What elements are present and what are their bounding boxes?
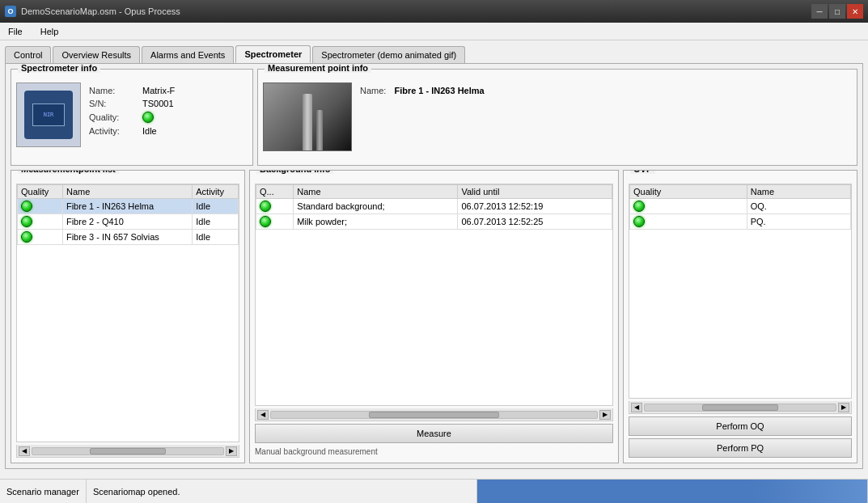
quality-led: [260, 201, 271, 212]
spectrometer-layout: Spectrometer info NIR Name:: [11, 69, 857, 463]
mp-table-container[interactable]: Quality Name Activity Fibre 1 - IN263 He…: [16, 184, 239, 442]
mp-table-body: Fibre 1 - IN263 HelmaIdleFibre 2 - Q410I…: [18, 199, 239, 245]
tab-spectrometer-demo[interactable]: Spectrometer (demo animated gif): [312, 46, 465, 63]
status-bar: Scenario manager Scenariomap opened.: [0, 479, 868, 503]
title-bar-controls: ─ □ ✕: [811, 4, 863, 19]
manual-label: Manual background measurement: [255, 446, 613, 458]
tab-spectrometer[interactable]: Spectrometer: [235, 45, 311, 63]
table-row[interactable]: OQ.: [630, 199, 851, 214]
bg-valid-cell: 06.07.2013 12:52:19: [458, 199, 612, 214]
table-row[interactable]: Standard background;06.07.2013 12:52:19: [256, 199, 612, 214]
perform-pq-button[interactable]: Perform PQ: [629, 438, 852, 458]
spec-name-row: Name: Matrix-F: [89, 86, 175, 95]
mp-scroll-right[interactable]: ▶: [226, 446, 237, 456]
table-row[interactable]: PQ.: [630, 214, 851, 230]
maximize-button[interactable]: □: [829, 4, 845, 19]
menu-file[interactable]: File: [5, 25, 26, 38]
bg-scroll-left[interactable]: ◀: [257, 410, 269, 420]
title-bar-text: DemoScenarioMap.osm - Opus Process: [21, 6, 180, 16]
spec-sn-value: TS0001: [142, 99, 174, 108]
measurement-point-info-title: Measurement point info: [265, 63, 371, 73]
ovp-name-cell: PQ.: [747, 214, 850, 230]
mp-list-box: Measurementpoint list Quality Name Activ…: [11, 170, 245, 463]
mp-scroll-left[interactable]: ◀: [19, 446, 30, 456]
meas-name-area: Name: Fibre 1 - IN263 Helma: [360, 82, 485, 95]
top-row: Spectrometer info NIR Name:: [11, 69, 857, 166]
probe-image-2: [316, 110, 323, 150]
status-left: Scenario manager: [0, 480, 87, 503]
ovp-name-cell: OQ.: [747, 199, 850, 214]
status-left-text: Scenario manager: [6, 487, 79, 497]
ovp-scroll-thumb[interactable]: [702, 404, 778, 411]
bg-scroll-track[interactable]: [270, 411, 598, 419]
spectrometer-image: NIR: [16, 82, 81, 147]
spectrometer-info-box: Spectrometer info NIR Name:: [11, 69, 253, 166]
status-center: Scenariomap opened.: [87, 480, 477, 503]
quality-led: [260, 216, 271, 227]
mp-activity-cell: Idle: [193, 230, 239, 245]
table-row[interactable]: Milk powder;06.07.2013 12:52:25: [256, 214, 612, 230]
mp-scroll-thumb[interactable]: [90, 448, 166, 454]
spec-name-value: Matrix-F: [142, 86, 175, 95]
measurement-image: [263, 82, 352, 151]
bg-scrollbar[interactable]: ◀ ▶: [255, 408, 613, 421]
mp-name-cell: Fibre 1 - IN263 Helma: [62, 199, 192, 214]
bg-name-cell: Milk powder;: [294, 214, 458, 230]
tab-control[interactable]: Control: [5, 46, 51, 63]
table-row[interactable]: Fibre 1 - IN263 HelmaIdle: [18, 199, 239, 214]
spec-quality-label: Quality:: [89, 112, 138, 122]
bg-table-container[interactable]: Q... Name Valid until Standard backgroun…: [255, 184, 613, 406]
title-bar: O DemoScenarioMap.osm - Opus Process ─ □…: [0, 0, 868, 23]
mp-col-activity: Activity: [193, 185, 239, 199]
close-button[interactable]: ✕: [847, 4, 863, 19]
measure-button[interactable]: Measure: [255, 424, 613, 443]
table-row[interactable]: Fibre 3 - IN 657 SolviasIdle: [18, 230, 239, 245]
bg-scroll-thumb[interactable]: [369, 412, 499, 418]
tab-alarms[interactable]: Alarms and Events: [142, 46, 234, 63]
spec-sn-row: S/N: TS0001: [89, 99, 175, 108]
bg-valid-cell: 06.07.2013 12:52:25: [458, 214, 612, 230]
ovp-scroll-track[interactable]: [644, 404, 836, 412]
meas-point-inner: Name: Fibre 1 - IN263 Helma: [263, 82, 852, 151]
quality-led: [21, 216, 32, 227]
bg-col-name: Name: [294, 185, 458, 199]
ovp-scroll-right[interactable]: ▶: [838, 403, 849, 412]
ovp-scrollbar[interactable]: ◀ ▶: [629, 401, 852, 414]
spec-image-text: NIR: [44, 112, 54, 118]
ovp-btn-row: Perform OQ Perform PQ: [629, 416, 852, 458]
spec-activity-value: Idle: [142, 126, 157, 136]
ovp-table-header: Quality Name: [630, 185, 851, 199]
meas-name-label: Name:: [360, 86, 386, 95]
ovp-table-container[interactable]: Quality Name OQ.PQ.: [629, 184, 852, 399]
tab-overview[interactable]: Overview Results: [53, 46, 140, 63]
mp-activity-cell: Idle: [193, 214, 239, 230]
spec-name-label: Name:: [89, 86, 138, 95]
bg-col-valid: Valid until: [458, 185, 612, 199]
menu-help[interactable]: Help: [37, 25, 62, 38]
main-content: Control Overview Results Alarms and Even…: [0, 40, 868, 479]
spec-activity-row: Activity: Idle: [89, 126, 175, 136]
minimize-button[interactable]: ─: [811, 4, 828, 19]
bg-table-body: Standard background;06.07.2013 12:52:19M…: [256, 199, 612, 230]
quality-led: [21, 231, 32, 243]
measurement-point-info-box: Measurement point info Name: Fibre 1 - I…: [257, 69, 857, 166]
spec-info-inner: NIR Name: Matrix-F S/N: TS0001: [16, 82, 248, 147]
perform-oq-button[interactable]: Perform OQ: [629, 416, 852, 436]
menu-bar: File Help: [0, 23, 868, 40]
table-row[interactable]: Fibre 2 - Q410Idle: [18, 214, 239, 230]
quality-led: [633, 216, 645, 227]
bg-table-header: Q... Name Valid until: [256, 185, 612, 199]
mp-scrollbar[interactable]: ◀ ▶: [16, 445, 239, 458]
ovp-table-body: OQ.PQ.: [630, 199, 851, 230]
bg-scroll-right[interactable]: ▶: [599, 410, 611, 420]
mp-scroll-track[interactable]: [32, 447, 224, 455]
title-bar-left: O DemoScenarioMap.osm - Opus Process: [5, 6, 180, 17]
ovp-col-name: Name: [747, 185, 850, 199]
meas-name-value: Fibre 1 - IN263 Helma: [394, 86, 484, 95]
bg-name-cell: Standard background;: [294, 199, 458, 214]
bg-info-inner: Q... Name Valid until Standard backgroun…: [255, 184, 613, 458]
mp-name-cell: Fibre 3 - IN 657 Solvias: [62, 230, 192, 245]
mp-list-title: Measurementpoint list: [18, 170, 119, 174]
ovp-scroll-left[interactable]: ◀: [631, 403, 642, 412]
content-area: Spectrometer info NIR Name:: [5, 63, 863, 469]
